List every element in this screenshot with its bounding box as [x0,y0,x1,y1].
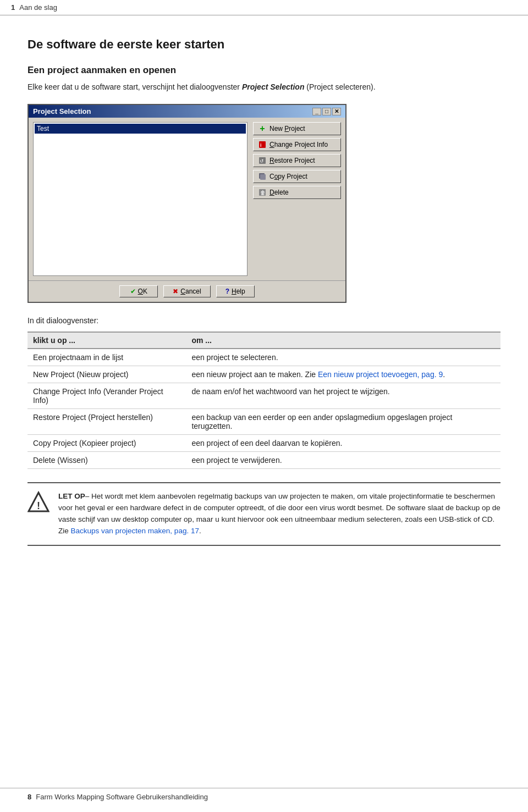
info-table: klikt u op ... om ... Een projectnaam in… [28,332,501,469]
new-project-button[interactable]: + New Project [253,122,341,135]
project-list[interactable]: Test [33,122,248,276]
restore-project-button[interactable]: ↺ Restore Project [253,154,341,167]
table-cell-col1: Change Project Info (Verander Project In… [28,383,186,409]
top-bar-section-title: Aan de slag [19,3,57,12]
table-cell-col1: Restore Project (Project herstellen) [28,409,186,435]
table-row: New Project (Nieuw project) een nieuw pr… [28,366,501,383]
svg-text:!: ! [37,500,40,511]
dialog-titlebar: Project Selection _ □ ✕ [29,105,345,118]
dialog-box: Project Selection _ □ ✕ Test + [28,104,346,303]
ok-label: OK [138,288,147,295]
close-button[interactable]: ✕ [332,108,341,115]
dialog-title: Project Selection [33,107,91,115]
footer-page-number: 8 [28,793,31,801]
table-col1-header: klikt u op ... [28,332,186,349]
footer-title: Farm Works Mapping Software Gebruikersha… [36,793,208,801]
delete-label: Delete [270,189,289,196]
warning-icon: ! [28,491,50,513]
table-row: Restore Project (Project herstellen) een… [28,409,501,435]
table-row: Een projectnaam in de lijst een project … [28,349,501,366]
restore-project-label: Restore Project [270,157,315,164]
restore-icon: ↺ [258,156,267,165]
change-project-info-button[interactable]: i Change Project Info [253,138,341,151]
ok-button[interactable]: ✔ OK [119,285,158,297]
chapter-title: De software de eerste keer starten [28,37,501,52]
intro-paragraph: Elke keer dat u de software start, versc… [28,81,501,93]
page-footer: 8 Farm Works Mapping Software Gebruikers… [0,788,528,801]
intro-italic: Project Selection [242,82,305,91]
main-content: De software de eerste keer starten Een p… [0,15,528,579]
table-cell-col1: Copy Project (Kopieer project) [28,435,186,452]
new-project-label: New Project [270,125,305,132]
note-label: LET OP [58,492,85,500]
change-project-info-label: Change Project Info [270,141,328,148]
top-bar: 1 Aan de slag [0,0,528,15]
cancel-button[interactable]: ✖ Cancel [163,285,210,297]
dialog-screenshot-container: Project Selection _ □ ✕ Test + [28,104,501,303]
table-col2-header: om ... [186,332,501,349]
dialog-bottom-buttons: ✔ OK ✖ Cancel ? Help [29,280,345,302]
intro-text-part2: (Project selecteren). [304,82,375,91]
project-list-item[interactable]: Test [35,124,246,134]
intro-text-part1: Elke keer dat u de software start, versc… [28,82,242,91]
note-link[interactable]: Backups van projecten maken, pag. 17 [71,527,199,535]
table-cell-col1: Een projectnaam in de lijst [28,349,186,366]
table-cell-col2: een project of een deel daarvan te kopië… [186,435,501,452]
svg-text:🗑: 🗑 [260,190,266,196]
delete-button[interactable]: 🗑 Delete [253,186,341,199]
table-row: Change Project Info (Verander Project In… [28,383,501,409]
dialog-right-buttons: + New Project i Change Project Info [253,122,341,276]
description-title: In dit dialoogvenster: [28,316,501,325]
edit-icon: i [258,140,267,149]
cancel-label: Cancel [180,288,201,295]
titlebar-controls: _ □ ✕ [312,108,341,115]
copy-icon [258,172,267,181]
copy-project-button[interactable]: Copy Project [253,170,341,183]
delete-icon: 🗑 [258,188,267,197]
copy-project-label: Copy Project [270,173,307,180]
table-cell-col2: een project te verwijderen. [186,452,501,469]
dialog-body: Test + New Project i [29,118,345,280]
cancel-icon: ✖ [173,288,178,295]
table-cell-col2: een nieuw project aan te maken. Zie Een … [186,366,501,383]
table-cell-col2: een backup van een eerder op een ander o… [186,409,501,435]
note-box: ! LET OP– Het wordt met klem aanbevolen … [28,482,501,546]
plus-icon: + [258,124,267,133]
note-text-end: . [199,527,201,535]
table-cell-col2: de naam en/of het wachtwoord van het pro… [186,383,501,409]
maximize-button[interactable]: □ [322,108,331,115]
table-row: Delete (Wissen) een project te verwijder… [28,452,501,469]
note-text: LET OP– Het wordt met klem aanbevolen re… [58,491,501,537]
help-button[interactable]: ? Help [216,285,255,297]
new-project-link[interactable]: Een nieuw project toevoegen, pag. 9 [318,370,443,379]
table-cell-col1: New Project (Nieuw project) [28,366,186,383]
svg-rect-5 [260,174,266,180]
minimize-button[interactable]: _ [312,108,321,115]
table-row: Copy Project (Kopieer project) een proje… [28,435,501,452]
help-label: Help [232,288,245,295]
ok-icon: ✔ [130,288,136,295]
table-cell-col1: Delete (Wissen) [28,452,186,469]
help-icon: ? [226,288,229,295]
top-bar-page-number: 1 [11,3,15,12]
table-cell-col2: een project te selecteren. [186,349,501,366]
section-title: Een project aanmaken en openen [28,65,501,76]
svg-text:↺: ↺ [260,158,264,164]
svg-text:i: i [260,142,262,148]
